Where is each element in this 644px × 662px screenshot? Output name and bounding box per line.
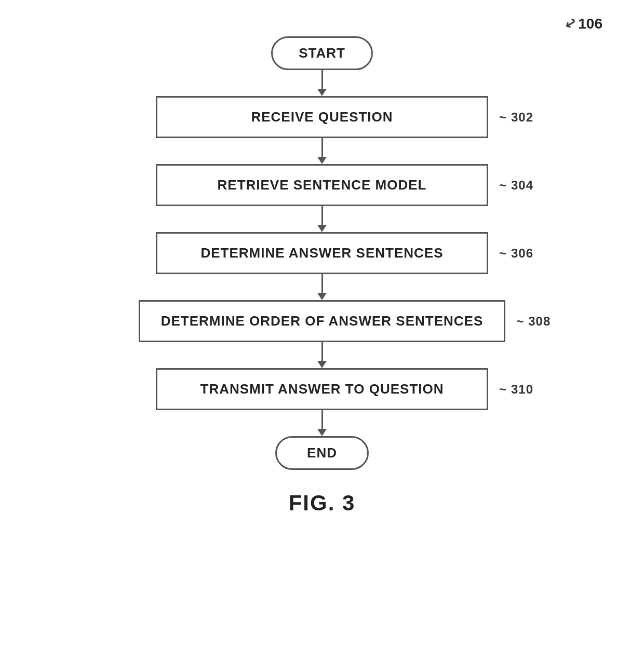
arrow-6 <box>317 410 327 436</box>
arrow-head-6 <box>317 429 327 436</box>
start-label: START <box>299 45 345 61</box>
arrow-head-5 <box>317 361 327 368</box>
step-302-box: RECEIVE QUESTION ~ 302 <box>156 96 488 138</box>
arrow-line-1 <box>321 70 323 89</box>
arrow-head-4 <box>317 293 327 300</box>
arrow-1 <box>317 70 327 96</box>
step-row-310: TRANSMIT ANSWER TO QUESTION ~ 310 <box>156 368 488 410</box>
step-304-ref: ~ 304 <box>499 178 533 193</box>
diagram-container: ↪106 START RECEIVE QUESTION ~ 302 RETRIE… <box>0 0 644 662</box>
figure-caption: FIG. 3 <box>289 491 356 516</box>
figure-reference: ↪106 <box>565 16 602 32</box>
step-310-label: TRANSMIT ANSWER TO QUESTION <box>200 381 444 397</box>
arrow-3 <box>317 206 327 232</box>
flowchart: START RECEIVE QUESTION ~ 302 RETRIEVE SE… <box>139 36 506 470</box>
arrow-4 <box>317 274 327 300</box>
arrow-line-2 <box>321 138 323 157</box>
arrow-head-2 <box>317 157 327 164</box>
arrow-2 <box>317 138 327 164</box>
step-304-label: RETRIEVE SENTENCE MODEL <box>218 177 427 193</box>
arrow-5 <box>317 342 327 368</box>
arrow-line-4 <box>321 274 323 293</box>
step-row-306: DETERMINE ANSWER SENTENCES ~ 306 <box>156 232 488 274</box>
arrow-head-3 <box>317 225 327 232</box>
step-308-label: DETERMINE ORDER OF ANSWER SENTENCES <box>161 313 484 329</box>
arrow-head-1 <box>317 89 327 96</box>
arrow-line-3 <box>321 206 323 225</box>
step-302-ref: ~ 302 <box>499 110 533 125</box>
step-306-box: DETERMINE ANSWER SENTENCES ~ 306 <box>156 232 488 274</box>
step-308-ref: ~ 308 <box>517 314 551 329</box>
end-label: END <box>307 445 337 461</box>
end-terminal: END <box>275 436 369 470</box>
start-terminal: START <box>271 36 373 70</box>
step-row-302: RECEIVE QUESTION ~ 302 <box>156 96 488 138</box>
arrow-line-5 <box>321 342 323 361</box>
step-306-label: DETERMINE ANSWER SENTENCES <box>200 245 443 261</box>
arrow-line-6 <box>321 410 323 429</box>
step-row-308: DETERMINE ORDER OF ANSWER SENTENCES ~ 30… <box>139 300 506 342</box>
step-304-box: RETRIEVE SENTENCE MODEL ~ 304 <box>156 164 488 206</box>
step-row-304: RETRIEVE SENTENCE MODEL ~ 304 <box>156 164 488 206</box>
step-308-box: DETERMINE ORDER OF ANSWER SENTENCES ~ 30… <box>139 300 506 342</box>
step-302-label: RECEIVE QUESTION <box>251 109 393 125</box>
step-310-box: TRANSMIT ANSWER TO QUESTION ~ 310 <box>156 368 488 410</box>
step-306-ref: ~ 306 <box>499 246 533 261</box>
step-310-ref: ~ 310 <box>499 382 533 397</box>
